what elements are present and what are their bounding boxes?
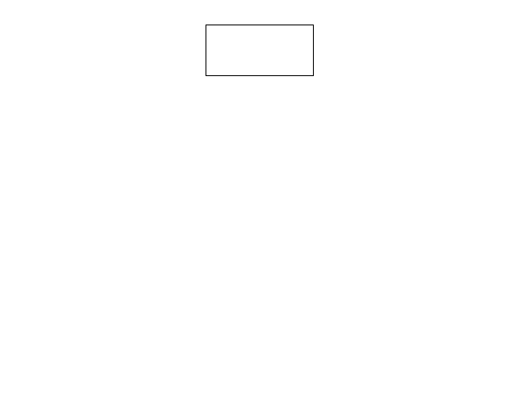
legend xyxy=(206,25,314,76)
skewt-sounding-page xyxy=(0,0,532,411)
